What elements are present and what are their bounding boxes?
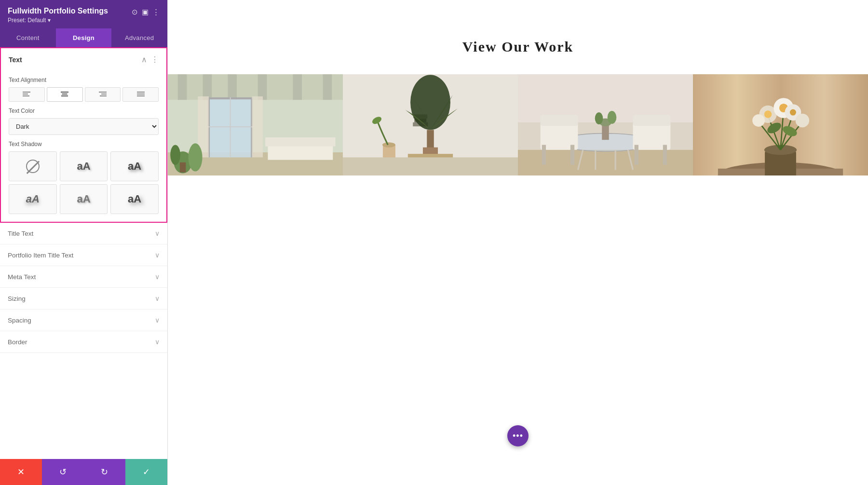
svg-point-83 [764,110,772,118]
portfolio-image-1 [168,74,343,175]
main-heading: View Our Work [168,39,868,55]
section-meta-text-title: Meta Text [8,273,36,281]
section-sizing-header[interactable]: Sizing ∨ [0,288,167,309]
main-content: View Our Work [168,0,868,485]
chevron-down-icon-2: ∨ [155,251,160,259]
shadow-3-label: aA [26,193,40,205]
svg-rect-12 [137,92,145,93]
svg-rect-8 [99,92,107,93]
svg-rect-17 [168,74,343,100]
svg-rect-45 [423,148,438,155]
sidebar-title: Fullwidth Portfolio Settings [8,7,108,15]
portfolio-item-4[interactable] [693,74,868,175]
align-right-button[interactable] [85,87,121,102]
save-button[interactable]: ✓ [125,459,167,485]
shadow-5-label: aA [128,193,141,205]
section-border-header[interactable]: Border ∨ [0,331,167,352]
align-left-button[interactable] [9,87,45,102]
text-alignment-buttons [9,87,159,102]
chevron-down-icon-4: ∨ [155,295,160,302]
section-title-text-header[interactable]: Title Text ∨ [0,223,167,244]
shadow-style-5-button[interactable]: aA [110,184,159,214]
section-border-title: Border [8,338,27,346]
shadow-grid: aA aA aA aA aA [9,151,159,214]
portfolio-item-2[interactable] [343,74,518,175]
svg-point-66 [608,111,617,124]
svg-rect-50 [343,157,518,175]
text-color-select[interactable]: Dark Light [9,118,159,135]
svg-rect-10 [100,95,107,96]
sidebar-tabs: Content Design Advanced [0,28,167,47]
svg-rect-1 [23,94,28,94]
align-right-icon [99,92,107,97]
svg-point-65 [595,112,603,124]
section-text: Text ∧ ⋮ Text Alignment [0,47,167,223]
tab-design[interactable]: Design [56,28,112,47]
svg-rect-18 [178,74,187,100]
align-left-icon [23,92,30,97]
shadow-style-3-button[interactable]: aA [9,184,57,214]
shadow-1-label: aA [77,160,90,173]
chevron-down-icon-5: ∨ [155,316,160,324]
redo-button[interactable]: ↻ [84,459,126,485]
svg-rect-4 [61,92,68,93]
section-portfolio-item-title-text-title: Portfolio Item Title Text [8,252,73,259]
shadow-style-2-button[interactable]: aA [110,151,159,181]
svg-rect-0 [23,92,30,93]
section-sizing-title: Sizing [8,295,26,302]
settings-icon[interactable]: ⊙ [132,8,138,16]
portfolio-item-1[interactable] [168,74,343,175]
no-shadow-icon [26,160,40,173]
layout-icon[interactable]: ▣ [142,8,149,16]
text-alignment-label: Text Alignment [9,77,159,83]
portfolio-item-3[interactable] [518,74,693,175]
svg-rect-63 [602,125,609,140]
shadow-style-1-button[interactable]: aA [60,151,108,181]
section-meta-text-header[interactable]: Meta Text ∨ [0,266,167,287]
fab-icon: ••• [513,431,523,441]
svg-rect-6 [61,95,68,96]
svg-rect-23 [323,74,332,100]
svg-point-88 [752,114,765,127]
section-title-text-title: Title Text [8,230,33,237]
main-header: View Our Work [168,0,868,74]
align-justify-button[interactable] [122,87,159,102]
shadow-4-label: aA [77,193,90,205]
portfolio-image-4 [693,74,868,175]
chevron-down-icon: ∨ [155,229,160,237]
align-justify-icon [137,92,145,97]
svg-point-36 [170,145,180,164]
sidebar-header: Fullwidth Portfolio Settings Preset: Def… [0,0,167,28]
svg-point-89 [796,114,810,128]
bottom-toolbar: ✕ ↺ ↻ ✓ [0,459,167,485]
shadow-none-button[interactable] [9,151,57,181]
fab-button[interactable]: ••• [507,425,529,446]
section-title-text: Title Text ∨ [0,223,167,244]
svg-rect-5 [62,94,68,94]
align-center-button[interactable] [47,87,83,102]
svg-rect-22 [293,74,302,100]
section-spacing-header[interactable]: Spacing ∨ [0,310,167,331]
svg-rect-29 [230,97,231,157]
section-spacing: Spacing ∨ [0,310,167,331]
collapse-icon[interactable]: ∧ [141,55,147,64]
svg-rect-19 [203,74,212,100]
section-text-header[interactable]: Text ∧ ⋮ [1,48,166,71]
more-icon[interactable]: ⋮ [152,8,160,16]
options-icon[interactable]: ⋮ [151,55,159,64]
svg-point-43 [410,75,450,130]
undo-button[interactable]: ↺ [42,459,84,485]
svg-rect-9 [101,94,107,94]
section-text-icons: ∧ ⋮ [141,55,159,64]
sidebar-header-info: Fullwidth Portfolio Settings Preset: Def… [8,7,108,24]
sidebar-header-icons: ⊙ ▣ ⋮ [132,8,160,16]
sidebar: Fullwidth Portfolio Settings Preset: Def… [0,0,168,485]
section-portfolio-item-title-text-header[interactable]: Portfolio Item Title Text ∨ [0,244,167,266]
tab-content[interactable]: Content [0,28,56,47]
section-border: Border ∨ [0,331,167,353]
svg-rect-30 [208,126,253,127]
tab-advanced[interactable]: Advanced [111,28,167,47]
cancel-button[interactable]: ✕ [0,459,42,485]
shadow-style-4-button[interactable]: aA [60,184,108,214]
svg-rect-14 [137,95,145,96]
